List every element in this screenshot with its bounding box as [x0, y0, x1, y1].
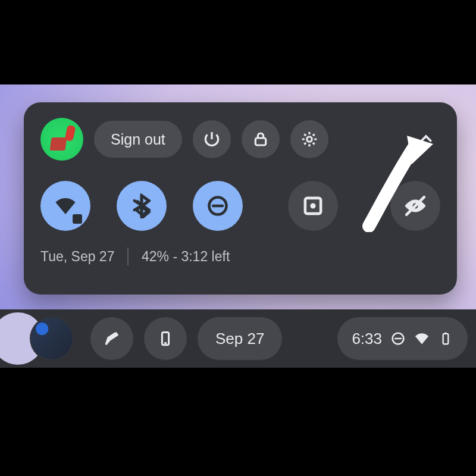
bluetooth-toggle[interactable]: [117, 181, 167, 231]
bluetooth-icon: [129, 193, 154, 218]
power-icon: [202, 130, 221, 149]
clock-text: 6:33: [352, 330, 382, 348]
visibility-toggle[interactable]: [390, 181, 440, 231]
phone-hub-button[interactable]: [144, 317, 187, 360]
date-text: Tue, Sep 27: [40, 249, 114, 265]
overview-thumbnail-app[interactable]: [30, 317, 74, 361]
quick-settings-header: Sign out: [40, 117, 440, 162]
battery-text: 42% - 3:12 left: [142, 249, 230, 265]
svg-point-5: [310, 203, 315, 208]
visibility-off-icon: [403, 193, 428, 218]
avatar[interactable]: [40, 118, 83, 161]
stylus-tools-button[interactable]: [90, 317, 133, 360]
dnd-status-icon: [390, 331, 406, 346]
battery-status-icon: [438, 331, 453, 346]
expand-button[interactable]: [412, 125, 440, 154]
sign-out-button[interactable]: Sign out: [94, 121, 182, 158]
svg-rect-15: [444, 333, 447, 334]
status-tray[interactable]: 6:33: [337, 317, 468, 360]
shelf: Sep 27 6:33: [0, 309, 476, 368]
calendar-button[interactable]: Sep 27: [198, 317, 282, 360]
settings-button[interactable]: [290, 120, 328, 158]
wifi-secure-icon: [73, 214, 82, 224]
screencast-icon: [300, 193, 325, 218]
quick-settings-footer: Tue, Sep 27 42% - 3:12 left: [40, 248, 440, 265]
svg-rect-0: [255, 138, 265, 145]
do-not-disturb-icon: [205, 193, 230, 218]
avatar-image: [51, 128, 73, 151]
gear-icon: [300, 130, 319, 149]
svg-rect-14: [443, 334, 449, 344]
dnd-toggle[interactable]: [193, 181, 243, 231]
footer-divider: [127, 248, 129, 265]
lock-button[interactable]: [242, 120, 280, 158]
phone-icon: [156, 330, 174, 347]
wifi-status-icon: [414, 331, 430, 346]
quick-settings-panel: Sign out: [24, 102, 457, 295]
lock-icon: [251, 130, 270, 149]
svg-point-1: [306, 137, 312, 142]
chevron-up-icon: [417, 130, 435, 148]
quick-toggles-row: [40, 180, 440, 232]
stylus-icon: [103, 330, 121, 347]
screencast-toggle[interactable]: [288, 181, 338, 231]
shelf-left-group: Sep 27: [0, 312, 282, 365]
power-button[interactable]: [193, 120, 231, 158]
wifi-toggle[interactable]: [40, 181, 90, 231]
